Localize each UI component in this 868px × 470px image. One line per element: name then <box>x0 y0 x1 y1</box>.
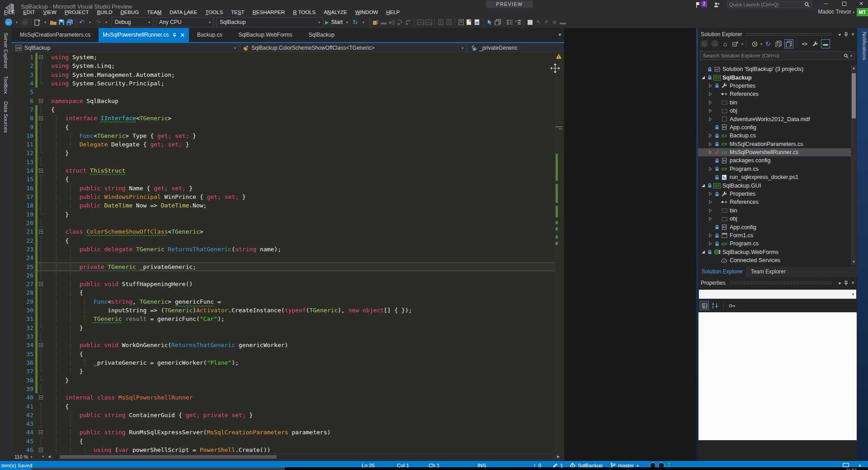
tree-chevron-icon[interactable] <box>707 167 714 171</box>
se-toolbar-collapse-button[interactable] <box>731 39 740 48</box>
menu-debug[interactable]: DEBUG <box>116 8 143 16</box>
code-line-16[interactable]: 16 ┆ ┆ public string Name { get; set; } <box>12 184 555 193</box>
tree-chevron-icon[interactable] <box>707 92 714 96</box>
toolbar-combo-configuration[interactable]: Debug▾ <box>112 17 153 27</box>
tree-item-references[interactable]: References <box>698 90 851 98</box>
toolbar-pointer-button[interactable] <box>486 17 494 27</box>
code-line-7[interactable]: 7{ <box>12 105 555 114</box>
toolbar-stepdim3-button[interactable] <box>404 17 412 27</box>
tree-chevron-icon[interactable] <box>700 75 707 80</box>
se-toolbar-docs-button[interactable] <box>774 39 783 48</box>
tree-chevron-icon[interactable] <box>707 200 714 204</box>
scroll-up-icon[interactable]: ▲ <box>851 66 857 70</box>
se-toolbar-code-button[interactable]: <> <box>800 39 809 48</box>
window-position-menu-icon[interactable]: ▾ <box>839 281 841 286</box>
toolbar-whitebox-button[interactable] <box>526 17 534 27</box>
tree-chevron-icon[interactable] <box>707 150 714 155</box>
toolbar-stepdim-button[interactable] <box>388 17 396 27</box>
tree-chevron-icon[interactable] <box>707 233 714 238</box>
fold-margin[interactable]: − <box>38 97 45 105</box>
code-line-30[interactable]: 30 ┆ ┆ ┆ inputString => (TGeneric)Activa… <box>12 306 555 315</box>
tab-sqlbackup[interactable]: SqlBackup <box>301 28 343 42</box>
toolbar-attach-button[interactable] <box>372 17 380 27</box>
properties-object-combo[interactable]: ▾ <box>699 290 856 299</box>
pin-icon[interactable] <box>173 33 176 38</box>
tree-item-mssqlcreationparameters-cs[interactable]: C#MsSqlCreationParameters.cs <box>698 140 851 148</box>
code-editor[interactable]: 1−using System;2using System.Linq;3using… <box>12 53 564 453</box>
menu-r-tools[interactable]: R TOOLS <box>289 8 320 16</box>
toolbar-listnum-button[interactable]: 2 <box>514 17 522 27</box>
code-line-3[interactable]: 3using System.Management.Automation; <box>12 70 555 79</box>
menu-build[interactable]: BUILD <box>93 8 117 16</box>
scroll-left-button[interactable]: ◀ <box>46 454 52 460</box>
toolbar-redo-button[interactable]: ↷ <box>94 17 102 27</box>
scroll-right-button[interactable]: ▶ <box>555 454 561 460</box>
toolbar-imgdim-button[interactable] <box>416 17 425 27</box>
close-icon[interactable]: × <box>851 31 854 38</box>
tree-chevron-icon[interactable] <box>707 133 714 138</box>
code-line-20[interactable]: 20 ┆ <box>12 219 555 227</box>
toolbar-fwd-button[interactable]: → <box>21 17 29 27</box>
menu-test[interactable]: TEST <box>227 8 248 16</box>
toolbar-listgreen-button[interactable] <box>506 17 514 27</box>
horizontal-scrollbar-thumb[interactable] <box>60 455 277 459</box>
tree-item-run-sqlexpress-docker-ps1[interactable]: run_sqlexpress_docker.ps1 <box>698 173 851 181</box>
code-line-17[interactable]: 17 ┆ ┆ public WindowsPrincipal WinPrince… <box>12 193 555 201</box>
tree-item-properties[interactable]: Properties <box>698 190 851 198</box>
toolbar-doccopy-button[interactable] <box>494 17 502 27</box>
horizontal-scrollbar[interactable] <box>55 454 553 460</box>
tree-chevron-icon[interactable] <box>707 84 714 88</box>
minimize-button[interactable]: ─ <box>819 0 833 8</box>
menu-window[interactable]: WINDOW <box>351 8 382 16</box>
tree-chevron-icon[interactable] <box>707 241 714 246</box>
tab-sqlbackup-webforms[interactable]: SqlBackup.WebForms <box>230 28 300 42</box>
fold-margin[interactable]: − <box>38 166 45 175</box>
code-line-39[interactable]: 39 ┆ <box>12 385 555 393</box>
tree-item-obj[interactable]: obj <box>698 215 851 223</box>
tree-chevron-icon[interactable] <box>707 208 714 213</box>
se-toolbar-clock-button[interactable] <box>750 39 759 48</box>
side-tab-toolbox[interactable]: Toolbox <box>3 76 9 94</box>
menu-view[interactable]: VIEW <box>39 8 61 16</box>
code-line-25[interactable]: 25 ┆ ┆ private TGeneric _privateGeneric; <box>12 263 555 271</box>
toolbar-navdim2-button[interactable]: ↱ <box>542 17 551 27</box>
code-line-18[interactable]: 18 ┆ ┆ public DateTime Now => DateTime.N… <box>12 201 555 210</box>
code-line-15[interactable]: 15 ┆ { <box>12 175 555 183</box>
tree-chevron-icon[interactable] <box>707 192 714 196</box>
tree-item-app-config[interactable]: App.config <box>698 123 851 132</box>
code-line-2[interactable]: 2using System.Linq; <box>12 61 555 70</box>
code-line-19[interactable]: 19 ┆ } <box>12 210 555 219</box>
tree-item-solution-sqlbackup-3-projects[interactable]: Solution 'SqlBackup' (3 projects) <box>698 65 851 73</box>
code-line-8[interactable]: 8− ┆ interface IInterface<TGeneric> <box>12 114 555 122</box>
quick-launch-search[interactable]: Quick Launch (Ctrl+Q) <box>727 1 812 8</box>
code-line-22[interactable]: 22 ┆ { <box>12 236 555 245</box>
code-line-23[interactable]: 23 ┆ ┆ public delegate TGeneric ReturnsT… <box>12 245 555 254</box>
se-toolbar-navb-button[interactable]: ← <box>700 39 709 48</box>
toolbar-start-button[interactable]: ▶Start <box>325 17 343 27</box>
tab-mssqlpowershellrunner-cs[interactable]: MsSqlPowershellRunner.cs✕ <box>99 28 189 42</box>
se-toolbar-dashbox-button[interactable]: ▬ <box>821 39 830 48</box>
tree-scrollbar[interactable]: ▲ ▼ <box>851 65 857 265</box>
toolbar-stepdim2-button[interactable] <box>396 17 404 27</box>
tree-item-properties[interactable]: Properties <box>698 82 851 90</box>
pin-icon[interactable] <box>844 281 848 286</box>
tree-item-form1-cs[interactable]: Form1.cs <box>698 231 851 240</box>
menu-edit[interactable]: EDIT <box>19 8 39 16</box>
code-line-40[interactable]: 40− ┆ internal class MsSqlPowershellRunn… <box>12 393 555 402</box>
menu-file[interactable]: FILE <box>0 8 19 16</box>
code-line-43[interactable]: 43 ┆ ┆ <box>12 419 555 428</box>
toolbar-navxdim-button[interactable]: ✕ <box>551 17 559 27</box>
code-line-10[interactable]: 10 ┆ ┆ Func<TGeneric> Type { get; set; } <box>12 132 555 140</box>
preview-badge[interactable]: PREVIEW <box>486 0 533 8</box>
fold-margin[interactable]: − <box>38 280 45 288</box>
code-line-34[interactable]: 34− ┆ ┆ public void WorkOnGeneric(Return… <box>12 341 555 349</box>
code-line-12[interactable]: 12 ┆ } <box>12 149 555 157</box>
restore-button[interactable] <box>837 0 851 8</box>
code-line-21[interactable]: 21− ┆ class ColorSchemeShowOffClass<TGen… <box>12 227 555 236</box>
notifications-flag-icon[interactable] <box>695 2 701 8</box>
panel-tab-team-explorer[interactable]: Team Explorer <box>746 267 789 277</box>
tree-item-program-cs[interactable]: C#Program.cs <box>698 165 851 173</box>
tree-chevron-icon[interactable] <box>707 142 714 146</box>
user-avatar[interactable]: MT <box>857 8 868 16</box>
window-position-menu-icon[interactable]: ▾ <box>839 32 841 37</box>
